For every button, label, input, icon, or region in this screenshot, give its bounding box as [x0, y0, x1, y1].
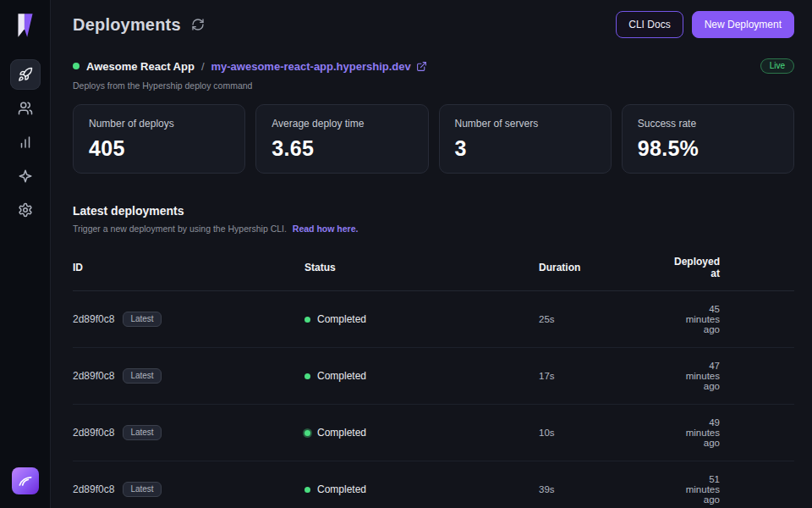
duration: 17s: [539, 371, 674, 381]
table-row[interactable]: 2d89f0c8 Latest Completed 10s 49 minutes…: [73, 405, 794, 461]
stat-value: 3.65: [272, 136, 412, 161]
users-icon: [18, 101, 33, 116]
column-header-deployed-at: Deployed at: [674, 256, 794, 279]
latest-deployments-section: Latest deployments Trigger a new deploym…: [73, 204, 794, 234]
column-header-id: ID: [73, 262, 304, 273]
stat-label: Success rate: [638, 118, 778, 130]
sidebar-item-users[interactable]: [10, 93, 41, 124]
status-text: Completed: [317, 483, 366, 495]
section-subtitle: Trigger a new deployment by using the Hy…: [73, 224, 287, 234]
project-name: Awesome React App: [86, 60, 195, 73]
table-header-row: ID Status Duration Deployed at: [73, 256, 794, 291]
duration: 10s: [539, 428, 674, 438]
deployment-id: 2d89f0c8: [73, 313, 114, 325]
rocket-icon: [18, 67, 33, 82]
sidebar-item-analytics[interactable]: [10, 127, 41, 157]
latest-badge: Latest: [123, 425, 161, 440]
deployed-at: 45 minutes ago: [674, 304, 794, 334]
latest-badge: Latest: [123, 368, 161, 384]
deployment-id: 2d89f0c8: [73, 370, 114, 382]
stat-value: 405: [89, 136, 229, 161]
deployments-table: ID Status Duration Deployed at 2d89f0c8 …: [73, 256, 794, 508]
page-title: Deployments: [73, 15, 181, 35]
project-subtitle: Deploys from the Hypership deploy comman…: [73, 80, 794, 91]
project-status-dot: [73, 63, 80, 69]
external-link-icon: [416, 61, 427, 72]
latest-badge: Latest: [123, 312, 161, 327]
stat-value: 98.5%: [638, 136, 778, 161]
read-how-link[interactable]: Read how here.: [293, 224, 359, 234]
duration: 39s: [539, 484, 674, 494]
status-dot: [304, 430, 310, 436]
live-badge: Live: [760, 58, 794, 74]
latest-badge: Latest: [123, 482, 161, 497]
breadcrumb-separator: /: [201, 60, 205, 73]
table-row[interactable]: 2d89f0c8 Latest Completed 25s 45 minutes…: [73, 291, 794, 348]
deployed-at: 49 minutes ago: [674, 417, 794, 448]
status-dot: [304, 487, 310, 493]
duration: 25s: [539, 314, 674, 324]
status-text: Completed: [317, 427, 366, 439]
stat-card-avg-time: Average deploy time 3.65: [255, 104, 428, 174]
stat-value: 3: [455, 136, 595, 161]
sidebar: [0, 0, 51, 508]
stat-label: Number of deploys: [89, 118, 229, 130]
sidebar-item-events[interactable]: [10, 161, 41, 191]
section-title: Latest deployments: [73, 204, 794, 218]
topbar: Deployments CLI Docs New Deployment: [73, 0, 794, 38]
stat-label: Average deploy time: [272, 118, 412, 130]
project-url-link[interactable]: my-awesome-react-app.hypership.dev: [211, 60, 427, 73]
bar-chart-icon: [18, 135, 33, 150]
sparkles-icon: [18, 168, 33, 184]
status-dot: [304, 373, 310, 379]
project-header: Awesome React App / my-awesome-react-app…: [73, 58, 794, 91]
status-text: Completed: [317, 313, 366, 325]
table-row[interactable]: 2d89f0c8 Latest Completed 17s 47 minutes…: [73, 348, 794, 405]
hypership-logo[interactable]: [14, 12, 37, 39]
stat-label: Number of servers: [455, 118, 595, 130]
deployment-id: 2d89f0c8: [73, 427, 114, 439]
deployed-at: 51 minutes ago: [674, 474, 794, 505]
stat-card-success-rate: Success rate 98.5%: [622, 104, 794, 174]
column-header-duration: Duration: [539, 262, 674, 273]
status-dot: [304, 317, 310, 323]
deployed-at: 47 minutes ago: [674, 361, 794, 391]
sidebar-nav: [10, 59, 41, 225]
column-header-status: Status: [304, 262, 539, 273]
deployment-id: 2d89f0c8: [73, 483, 114, 495]
workspace-logo[interactable]: [12, 467, 39, 494]
project-url: my-awesome-react-app.hypership.dev: [211, 60, 411, 73]
main-content: Deployments CLI Docs New Deployment Awes…: [51, 0, 812, 508]
table-row[interactable]: 2d89f0c8 Latest Completed 39s 51 minutes…: [73, 461, 794, 508]
cli-docs-button[interactable]: CLI Docs: [616, 11, 683, 38]
stats-cards: Number of deploys 405 Average deploy tim…: [73, 104, 794, 174]
status-text: Completed: [317, 370, 366, 382]
stat-card-servers: Number of servers 3: [439, 104, 612, 174]
stat-card-deploys: Number of deploys 405: [73, 104, 245, 174]
refresh-icon[interactable]: [191, 18, 205, 31]
gear-icon: [18, 202, 33, 218]
sidebar-item-settings[interactable]: [10, 195, 41, 225]
new-deployment-button[interactable]: New Deployment: [692, 11, 794, 38]
sidebar-item-deployments[interactable]: [10, 59, 41, 90]
